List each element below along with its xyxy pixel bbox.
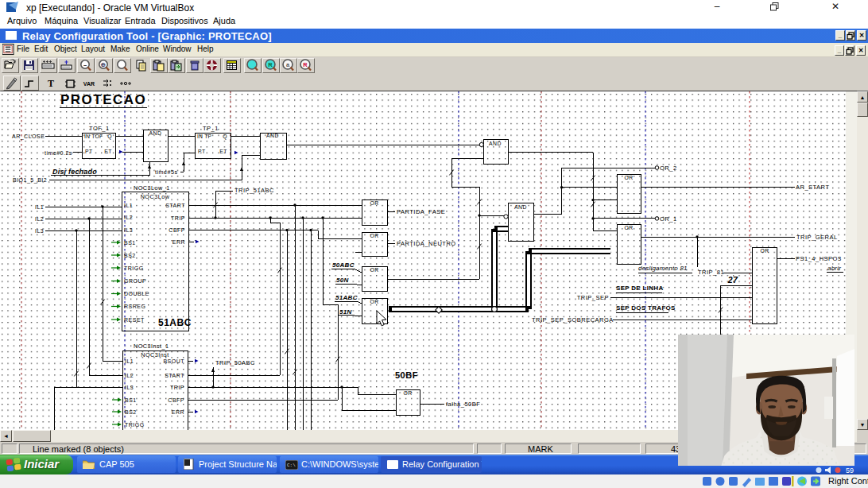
svg-text:SEP DE LINHA: SEP DE LINHA <box>616 285 663 292</box>
svg-text:IL1: IL1 <box>124 203 133 208</box>
svg-text:ET: ET <box>104 149 112 154</box>
svg-text:IL2: IL2 <box>125 373 134 378</box>
svg-text:SEP DOS TRAFOS: SEP DOS TRAFOS <box>616 304 676 312</box>
svg-text:51ABC: 51ABC <box>158 317 192 328</box>
svg-text:TOF_1: TOF_1 <box>89 125 110 132</box>
svg-text:50BF: 50BF <box>395 370 418 380</box>
svg-text:time#5s: time#5s <box>155 168 178 176</box>
svg-text:AND: AND <box>266 133 279 138</box>
svg-text:TP_1: TP_1 <box>203 125 219 132</box>
svg-text:ERR: ERR <box>172 409 184 415</box>
svg-text:abrir: abrir <box>827 265 841 272</box>
svg-text:TRIGG: TRIGG <box>125 422 145 428</box>
svg-text:PT: PT <box>85 149 93 154</box>
svg-text:C:\: C:\ <box>287 463 296 468</box>
svg-text:RSREG: RSREG <box>124 304 145 309</box>
svg-text:OR: OR <box>370 267 378 273</box>
svg-text:27: 27 <box>727 275 738 285</box>
svg-text:IL2: IL2 <box>124 215 133 220</box>
svg-text:PARTIDA_FASE: PARTIDA_FASE <box>397 208 445 215</box>
svg-text:NOC3Inst_1: NOC3Inst_1 <box>134 343 169 350</box>
svg-text:Q: Q <box>223 134 227 140</box>
svg-text:T: T <box>48 78 54 89</box>
svg-text:IL3: IL3 <box>35 228 44 234</box>
svg-text:R: R <box>268 61 273 68</box>
svg-text:TRIP_51ABC: TRIP_51ABC <box>234 187 274 194</box>
svg-text:IL1: IL1 <box>125 358 134 364</box>
svg-text:START: START <box>165 373 184 378</box>
svg-text:PS1_4_HSPO3: PS1_4_HSPO3 <box>796 255 842 262</box>
svg-text:desligamento 81: desligamento 81 <box>638 265 688 272</box>
svg-text:ERR: ERR <box>172 239 185 245</box>
svg-text:OR: OR <box>370 299 378 304</box>
svg-text:Q: Q <box>107 134 112 140</box>
svg-text:BS2: BS2 <box>124 253 136 258</box>
svg-text:CBFP: CBFP <box>168 397 184 403</box>
svg-text:AND: AND <box>489 141 502 146</box>
svg-text:TRIP_GERAL: TRIP_GERAL <box>796 234 838 241</box>
svg-text:TRIGG: TRIGG <box>124 265 144 271</box>
svg-text:50N: 50N <box>336 277 349 284</box>
svg-text:IN TP: IN TP <box>197 134 212 139</box>
svg-text:BS1: BS1 <box>125 397 137 403</box>
svg-text:OR: OR <box>370 233 378 238</box>
svg-text:51N: 51N <box>339 308 352 316</box>
svg-text:IN TOF: IN TOF <box>84 134 103 139</box>
svg-text:START: START <box>165 203 185 208</box>
svg-text:NOC3Low: NOC3Low <box>141 193 170 200</box>
svg-text:PROTECAO: PROTECAO <box>60 92 146 107</box>
svg-text:CBFP: CBFP <box>169 227 185 233</box>
svg-text:PARTIDA_NEUTRO: PARTIDA_NEUTRO <box>397 240 456 247</box>
svg-text:AND: AND <box>149 130 162 136</box>
svg-text:IL2: IL2 <box>35 216 44 222</box>
svg-text:BS1: BS1 <box>124 240 136 246</box>
svg-text:GROUP: GROUP <box>124 278 146 284</box>
svg-text:TRIP_SEP_SOBRECARGA: TRIP_SEP_SOBRECARGA <box>532 316 614 323</box>
svg-text:51ABC: 51ABC <box>335 294 358 301</box>
svg-text:IL3: IL3 <box>124 227 133 233</box>
svg-text:OR: OR <box>760 248 769 254</box>
svg-text:PT: PT <box>198 149 206 154</box>
svg-text:OR: OR <box>370 200 378 206</box>
svg-text:IL1: IL1 <box>35 204 44 210</box>
svg-text:–: – <box>83 61 87 68</box>
svg-text:TRIP_81: TRIP_81 <box>698 269 724 276</box>
svg-text:BS2: BS2 <box>125 409 137 415</box>
svg-text:NOC3Low_1: NOC3Low_1 <box>134 184 170 192</box>
svg-text:50ABC: 50ABC <box>332 261 355 269</box>
svg-text:TRIP_SEP: TRIP_SEP <box>577 294 609 301</box>
svg-text:OR_2: OR_2 <box>660 165 677 172</box>
svg-text:VAR: VAR <box>83 81 95 87</box>
svg-text:time#0.2s: time#0.2s <box>45 150 72 156</box>
svg-text:OR: OR <box>624 225 633 230</box>
svg-text:ET: ET <box>219 149 227 154</box>
svg-text:falha_50BF: falha_50BF <box>446 401 480 408</box>
svg-text:Disj fechado: Disj fechado <box>52 168 97 176</box>
svg-text:TRIP_50ABC: TRIP_50ABC <box>215 359 255 366</box>
svg-text:R: R <box>303 61 308 68</box>
svg-text:OR: OR <box>403 390 412 396</box>
svg-text:AR_START: AR_START <box>796 184 829 191</box>
svg-text:DOUBLE: DOUBLE <box>124 291 149 296</box>
svg-text:AND: AND <box>514 204 527 210</box>
svg-text:AR_CLOSE: AR_CLOSE <box>12 134 45 140</box>
svg-text:RESET: RESET <box>124 317 145 323</box>
svg-text:TRIP: TRIP <box>170 385 184 390</box>
svg-text:OR_1: OR_1 <box>660 215 677 223</box>
svg-text:OR: OR <box>624 175 633 180</box>
svg-text:BIO1_5_BI2: BIO1_5_BI2 <box>13 177 47 184</box>
svg-text:BSOUT: BSOUT <box>163 358 184 364</box>
svg-text:IL3: IL3 <box>125 385 134 390</box>
svg-text:⊕: ⊕ <box>101 61 106 68</box>
svg-text:TRIP: TRIP <box>171 215 185 221</box>
